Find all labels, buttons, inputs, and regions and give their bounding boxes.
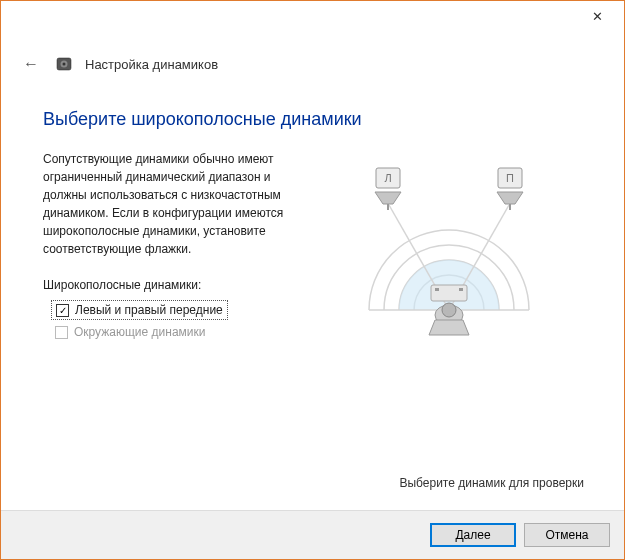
- speaker-icon: [55, 55, 73, 73]
- right-speaker-icon: П: [497, 168, 523, 210]
- content: Выберите широкополосные динамики Сопутст…: [1, 85, 624, 510]
- svg-point-2: [63, 63, 66, 66]
- checkbox-icon[interactable]: ✓: [56, 304, 69, 317]
- header: ← Настройка динамиков: [1, 31, 624, 85]
- description-text: Сопутствующие динамики обычно имеют огра…: [43, 150, 293, 258]
- left-speaker-icon: Л: [375, 168, 401, 210]
- dialog-window: ✕ ← Настройка динамиков Выберите широкоп…: [0, 0, 625, 560]
- cancel-button[interactable]: Отмена: [524, 523, 610, 547]
- svg-rect-9: [459, 288, 463, 291]
- option-surround-speakers: Окружающие динамики: [51, 323, 209, 341]
- next-button[interactable]: Далее: [430, 523, 516, 547]
- checkbox-icon: [55, 326, 68, 339]
- close-button[interactable]: ✕: [582, 5, 612, 27]
- footer: Далее Отмена: [1, 510, 624, 559]
- svg-rect-8: [435, 288, 439, 291]
- titlebar: ✕: [1, 1, 624, 31]
- page-heading: Выберите широкополосные динамики: [43, 109, 584, 130]
- svg-point-11: [442, 303, 456, 317]
- svg-rect-7: [431, 285, 467, 301]
- hint-text: Выберите динамик для проверки: [399, 476, 584, 490]
- checkbox-label: Левый и правый передние: [75, 303, 223, 317]
- section-label: Широкополосные динамики:: [43, 278, 293, 292]
- speaker-diagram: Л П: [313, 150, 584, 350]
- checkbox-label: Окружающие динамики: [74, 325, 205, 339]
- right-speaker-label: П: [506, 172, 514, 184]
- left-speaker-label: Л: [384, 172, 391, 184]
- option-front-speakers[interactable]: ✓ Левый и правый передние: [51, 300, 228, 320]
- header-title: Настройка динамиков: [85, 57, 218, 72]
- back-button[interactable]: ←: [19, 51, 43, 77]
